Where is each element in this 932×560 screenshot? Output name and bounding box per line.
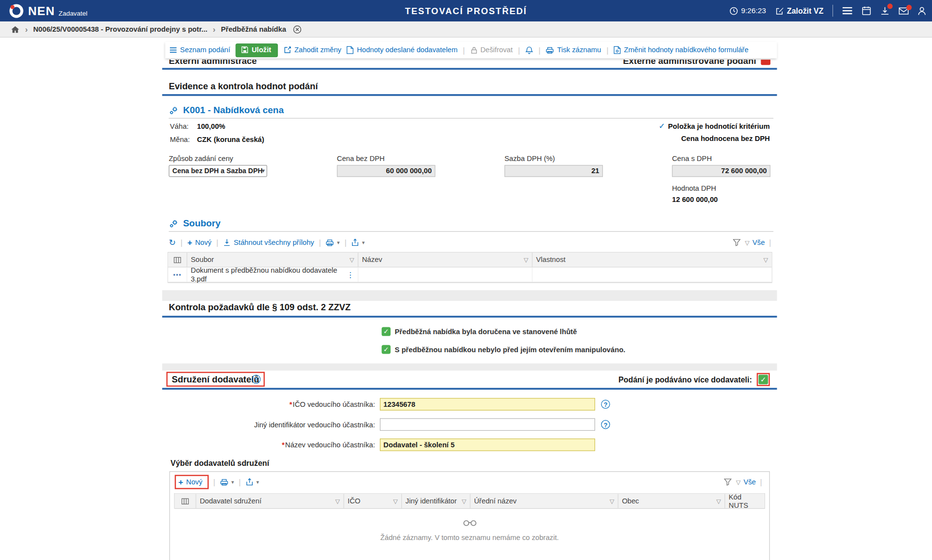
- column-filter-icon[interactable]: ▽: [393, 498, 397, 504]
- document-icon: [347, 46, 354, 54]
- screen: NEN Zadavatel TESTOVACÍ PROSTŘEDÍ 9:26:2…: [0, 0, 932, 560]
- jiny-identifikator-input[interactable]: [380, 418, 595, 431]
- section-gap: [162, 290, 777, 301]
- notifications-button[interactable]: [525, 46, 533, 54]
- divider: [169, 231, 773, 232]
- column-jiny-identifikator: Jiný identifikátor ▽: [402, 494, 470, 508]
- column-filter-icon[interactable]: ▽: [610, 498, 614, 504]
- file-row[interactable]: ⋯ Dokument s předběžnou nabídkou dodavat…: [168, 267, 771, 282]
- nazev-input[interactable]: Dodavatel - školení 5: [380, 439, 595, 451]
- messages-button[interactable]: [899, 7, 909, 15]
- novy-annotated: + Nový: [175, 475, 208, 489]
- file-name[interactable]: Dokument s předběžnou nabídkou dodavatel…: [191, 266, 347, 283]
- export-suppliers-button[interactable]: ▾: [246, 478, 259, 486]
- hodnoty-odeslane-link[interactable]: Hodnoty odeslané dodavatelem: [347, 46, 457, 54]
- novy-file-button[interactable]: + Nový: [187, 238, 212, 247]
- export-list-button[interactable]: ▾: [352, 239, 365, 247]
- section-divider: [162, 68, 777, 70]
- suppliers-table: Dodavatel sdružení ▽ IČO ▽ Jiný identifi…: [174, 493, 765, 509]
- files-table: Soubor ▽ Název ▽ Vlastnost ▽ ⋯ Dokument …: [167, 252, 772, 283]
- cena-s-dph-label: Cena s DPH: [672, 154, 771, 162]
- vyber-dodavatelu-title: Výběr dodavatelů sdružení: [170, 459, 269, 467]
- list-icon: [169, 46, 177, 54]
- user-profile-button[interactable]: [918, 6, 926, 15]
- required-asterisk: *: [290, 400, 292, 408]
- cena-s-dph-input[interactable]: 72 600 000,00: [672, 165, 771, 177]
- printer-icon: [220, 478, 228, 486]
- print-list-button[interactable]: ▾: [326, 239, 340, 246]
- mena-value: CZK (koruna česká): [197, 135, 265, 143]
- help-icon[interactable]: ?: [251, 375, 260, 383]
- criteria-gears-icon: [169, 105, 179, 116]
- printer-icon: [326, 239, 334, 246]
- ico-label: IČO vedoucího účastníka:: [293, 400, 375, 408]
- column-vlastnost: Vlastnost ▽: [533, 253, 772, 267]
- printer-icon: [546, 46, 554, 54]
- zahodit-zmeny-link[interactable]: Zahodit změny: [283, 46, 341, 54]
- vaha-label: Váha:: [170, 122, 188, 130]
- close-tab-icon[interactable]: [293, 25, 302, 34]
- export-icon: [352, 239, 359, 247]
- vse-filter-button[interactable]: ▽ Vše: [745, 239, 765, 247]
- sazba-dph-input[interactable]: 21: [504, 165, 603, 177]
- top-bar: NEN Zadavatel TESTOVACÍ PROSTŘEDÍ 9:26:2…: [0, 0, 932, 21]
- column-settings-icon[interactable]: [168, 253, 187, 267]
- empty-state-text: Žádné záznamy. V tomto seznamu nemáme co…: [170, 533, 769, 541]
- lock-icon: [470, 46, 477, 54]
- tisk-zaznamu-link[interactable]: Tisk záznamu: [546, 46, 601, 54]
- ulozit-button[interactable]: Uložit: [236, 43, 278, 57]
- files-table-header: Soubor ▽ Název ▽ Vlastnost ▽: [168, 253, 771, 268]
- help-icon[interactable]: ?: [601, 420, 610, 429]
- row-menu-icon[interactable]: ⋯: [173, 270, 182, 280]
- topbar-separator: [832, 5, 833, 17]
- downloads-button[interactable]: [880, 6, 890, 16]
- print-suppliers-button[interactable]: ▾: [220, 478, 234, 486]
- podani-checkbox[interactable]: ✓: [759, 375, 768, 384]
- vaha-value: 100,00%: [197, 122, 226, 130]
- download-notification-badge: [887, 3, 892, 9]
- kontrola-check-2: ✓ S předběžnou nabídkou nebylo před její…: [382, 345, 625, 354]
- zalozit-vz-button[interactable]: Založit VZ: [775, 6, 823, 15]
- breadcrumb-chevron: ›: [213, 25, 216, 33]
- seznam-podani-link[interactable]: Seznam podání: [169, 46, 230, 54]
- filter-icon[interactable]: [733, 239, 741, 246]
- vse-filter-button[interactable]: ▽ Vše: [736, 478, 756, 486]
- cena-bez-dph-input[interactable]: 60 000 000,00: [337, 165, 435, 177]
- breadcrumb-item-vz[interactable]: N006/25/V00005438 - Provozování prodejny…: [33, 25, 207, 33]
- section-divider: [162, 94, 777, 96]
- jiny-identifikator-field-row: Jiný identifikátor vedoucího účastníka: …: [162, 418, 610, 431]
- calendar-button[interactable]: [862, 6, 871, 16]
- stahnout-prilohy-button[interactable]: Stáhnout všechny přílohy: [223, 239, 314, 247]
- column-filter-icon[interactable]: ▽: [335, 498, 340, 504]
- column-filter-icon[interactable]: ▽: [462, 498, 466, 504]
- column-filter-icon[interactable]: ▽: [764, 257, 768, 263]
- row-kebab-icon[interactable]: ⋮: [347, 270, 354, 279]
- help-icon[interactable]: ?: [601, 400, 610, 409]
- zmenit-hodnoty-link[interactable]: Změnit hodnoty nabídkového formuláře: [614, 46, 748, 54]
- refresh-icon[interactable]: ↻: [169, 238, 176, 247]
- section-gap: [162, 363, 777, 371]
- ico-input[interactable]: 12345678: [380, 398, 595, 411]
- home-icon[interactable]: [11, 25, 20, 33]
- checkbox-annotated: ✓: [757, 373, 770, 386]
- ico-field-row: *IČO vedoucího účastníka: 12345678 ?: [162, 398, 610, 411]
- brand[interactable]: NEN Zadavatel: [0, 2, 87, 19]
- zpusob-zadani-select[interactable]: Cena bez DPH a Sazba DPH ▾: [169, 165, 268, 177]
- section-externi-administrace-clipped: Externí administrace Externě administrov…: [162, 60, 777, 68]
- novy-supplier-button[interactable]: + Nový: [178, 477, 203, 487]
- filter-caret-icon: ▽: [745, 239, 749, 245]
- red-status-icon[interactable]: [761, 60, 771, 64]
- cena-bez-dph-label: Cena bez DPH: [337, 154, 435, 162]
- column-filter-icon[interactable]: ▽: [716, 498, 721, 504]
- bell-icon: [525, 46, 533, 54]
- hamburger-icon: [842, 6, 853, 15]
- column-filter-icon[interactable]: ▽: [524, 257, 528, 263]
- main-menu-button[interactable]: [842, 6, 853, 15]
- form-content: Seznam podání Uložit Zahodit změny Hodno…: [162, 38, 777, 560]
- section-divider: [162, 316, 777, 318]
- breadcrumb-item-predbezna-nabidka[interactable]: Předběžná nabídka: [221, 25, 286, 33]
- column-filter-icon[interactable]: ▽: [350, 257, 354, 263]
- chevron-down-icon: ▾: [262, 167, 265, 174]
- filter-icon[interactable]: [724, 479, 732, 486]
- column-settings-icon[interactable]: [175, 494, 196, 508]
